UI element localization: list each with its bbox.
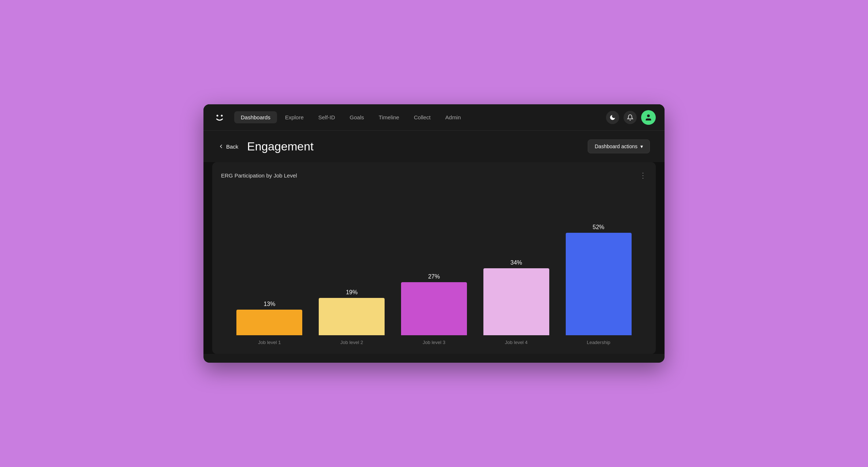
bar-wrapper-1: 13% bbox=[228, 211, 311, 335]
chart-section: ERG Participation by Job Level ⋮ 13% Job… bbox=[212, 162, 656, 354]
bar-group-1: 13% Job level 1 bbox=[228, 211, 311, 345]
nav-item-dashboards[interactable]: Dashboards bbox=[234, 111, 277, 123]
dark-mode-button[interactable] bbox=[606, 111, 619, 124]
app-window: Dashboards Explore Self-ID Goals Timelin… bbox=[203, 104, 665, 363]
bar-label-1: Job level 1 bbox=[258, 340, 281, 345]
bar-pct-5: 52% bbox=[593, 224, 605, 231]
nav-items: Dashboards Explore Self-ID Goals Timelin… bbox=[234, 111, 606, 123]
bar-4 bbox=[483, 268, 549, 335]
bar-3 bbox=[401, 282, 467, 335]
bar-pct-1: 13% bbox=[263, 301, 275, 307]
nav-item-collect[interactable]: Collect bbox=[407, 111, 437, 123]
bar-label-5: Leadership bbox=[587, 340, 610, 345]
bar-2 bbox=[319, 298, 385, 335]
bar-group-5: 52% Leadership bbox=[557, 211, 640, 345]
content-area: Back Engagement Dashboard actions ▾ ERG … bbox=[203, 131, 665, 354]
user-avatar[interactable] bbox=[641, 110, 656, 125]
app-logo bbox=[212, 110, 227, 125]
svg-point-0 bbox=[217, 115, 218, 116]
nav-item-explore[interactable]: Explore bbox=[278, 111, 310, 123]
nav-item-admin[interactable]: Admin bbox=[439, 111, 468, 123]
bar-pct-2: 19% bbox=[346, 289, 358, 296]
bar-wrapper-5: 52% bbox=[557, 211, 640, 335]
back-label: Back bbox=[226, 143, 238, 150]
bar-group-2: 19% Job level 2 bbox=[311, 211, 393, 345]
bar-group-4: 34% Job level 4 bbox=[475, 211, 557, 345]
bar-wrapper-4: 34% bbox=[475, 211, 557, 335]
nav-item-goals[interactable]: Goals bbox=[343, 111, 371, 123]
bar-wrapper-3: 27% bbox=[393, 211, 475, 335]
bar-group-3: 27% Job level 3 bbox=[393, 211, 475, 345]
bar-label-4: Job level 4 bbox=[505, 340, 528, 345]
bar-1 bbox=[236, 310, 302, 335]
dashboard-actions-label: Dashboard actions bbox=[595, 143, 637, 149]
bar-label-2: Job level 2 bbox=[340, 340, 363, 345]
svg-point-2 bbox=[647, 114, 650, 117]
bar-pct-4: 34% bbox=[510, 259, 522, 266]
back-button[interactable]: Back bbox=[218, 143, 238, 150]
nav-item-selfid[interactable]: Self-ID bbox=[312, 111, 342, 123]
chart-header: ERG Participation by Job Level ⋮ bbox=[221, 171, 647, 180]
bar-pct-3: 27% bbox=[428, 273, 440, 280]
bar-5 bbox=[566, 233, 632, 335]
chart-area: 13% Job level 1 19% Job level 2 bbox=[221, 191, 647, 345]
nav-item-timeline[interactable]: Timeline bbox=[372, 111, 406, 123]
chart-title: ERG Participation by Job Level bbox=[221, 172, 297, 179]
nav-right bbox=[606, 110, 656, 125]
page-title: Engagement bbox=[247, 140, 588, 153]
chart-menu-button[interactable]: ⋮ bbox=[639, 171, 647, 180]
bar-label-3: Job level 3 bbox=[423, 340, 445, 345]
dropdown-icon: ▾ bbox=[640, 143, 643, 149]
notification-button[interactable] bbox=[624, 111, 637, 124]
svg-point-1 bbox=[221, 115, 223, 116]
bar-wrapper-2: 19% bbox=[311, 211, 393, 335]
page-header: Back Engagement Dashboard actions ▾ bbox=[203, 131, 665, 162]
dashboard-actions-button[interactable]: Dashboard actions ▾ bbox=[588, 139, 650, 153]
navbar: Dashboards Explore Self-ID Goals Timelin… bbox=[203, 104, 665, 131]
